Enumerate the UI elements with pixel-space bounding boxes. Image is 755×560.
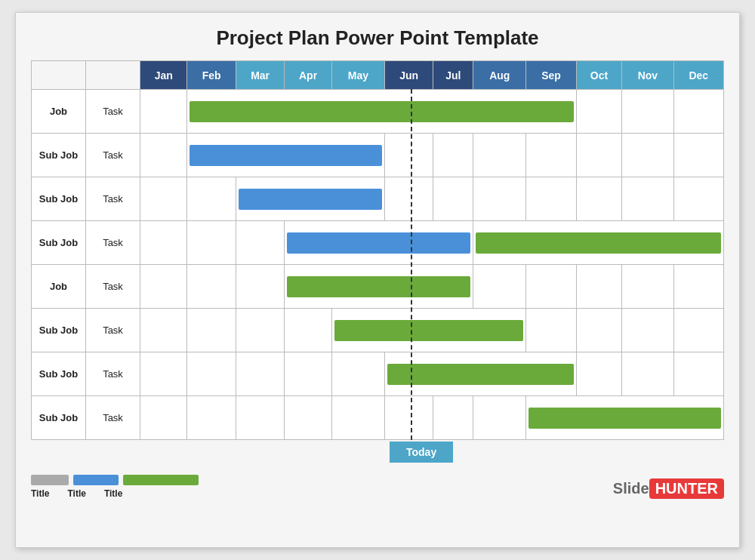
table-row: Sub Job Task: [32, 134, 724, 177]
cell-3-bar: [236, 177, 384, 221]
cell-4-mar: [236, 221, 284, 265]
cell-3-jun: [385, 177, 433, 221]
task-label-8: Task: [86, 396, 140, 440]
bar-green-7: [387, 364, 574, 385]
cell-5-bar: [285, 265, 473, 309]
task-label-1: Task: [86, 90, 140, 134]
cell-5-oct: [576, 265, 622, 309]
cell-3-jan: [140, 177, 187, 221]
cell-2-jan: [140, 134, 187, 177]
cell-8-may: [331, 396, 384, 440]
task-label-3: Task: [86, 177, 140, 221]
th-oct: Oct: [576, 61, 622, 90]
cell-6-oct: [576, 309, 622, 352]
table-row: Sub Job Task: [32, 396, 724, 440]
cell-8-feb: [187, 396, 236, 440]
th-apr: Apr: [285, 61, 331, 90]
legend-bar-green: [123, 475, 199, 485]
cell-7-apr: [285, 352, 331, 396]
cell-2-oct: [576, 134, 622, 177]
bar-green-4: [476, 232, 721, 254]
task-label-2: Task: [86, 134, 140, 177]
cell-3-nov: [622, 177, 673, 221]
cell-8-aug: [473, 396, 526, 440]
th-aug: Aug: [473, 61, 526, 90]
th-jan: Jan: [140, 61, 187, 90]
today-button[interactable]: Today: [390, 442, 453, 463]
cell-5-mar: [236, 265, 284, 309]
cell-8-jan: [140, 396, 187, 440]
cell-7-mar: [236, 352, 284, 396]
legend-label-2: Title: [67, 488, 85, 499]
cell-7-bar: [385, 352, 577, 396]
cell-6-dec: [673, 309, 723, 352]
legend-label-3: Title: [104, 488, 122, 499]
th-dec: Dec: [673, 61, 723, 90]
cell-1-oct: [576, 90, 622, 134]
cell-8-mar: [236, 396, 284, 440]
bar-blue-4: [287, 232, 470, 254]
task-label-6: Task: [86, 309, 140, 352]
th-may: May: [331, 61, 384, 90]
cell-2-bar: [187, 134, 385, 177]
cell-7-nov: [622, 352, 673, 396]
cell-8-jun: [385, 396, 433, 440]
cell-8-jul: [433, 396, 473, 440]
cell-2-jun: [385, 134, 433, 177]
cell-7-may: [331, 352, 384, 396]
th-task-label: [86, 61, 140, 90]
page-title: Project Plan Power Point Template: [216, 26, 538, 50]
job-label-3: Sub Job: [32, 177, 86, 221]
cell-4-bar-blue: [285, 221, 473, 265]
cell-2-aug: [473, 134, 526, 177]
job-label-2: Sub Job: [32, 134, 86, 177]
cell-1-nov: [622, 90, 673, 134]
th-job-label: [32, 61, 86, 90]
cell-5-feb: [187, 265, 236, 309]
today-row: Today: [31, 442, 724, 472]
job-label-6: Sub Job: [32, 309, 86, 352]
cell-6-sep: [526, 309, 576, 352]
cell-3-oct: [576, 177, 622, 221]
cell-2-sep: [526, 134, 576, 177]
cell-6-jan: [140, 309, 187, 352]
legend: Title Title Title: [31, 475, 199, 499]
cell-3-feb: [187, 177, 236, 221]
th-nov: Nov: [622, 61, 673, 90]
today-line: [411, 89, 412, 440]
logo-hunter-text: HUNTER: [649, 478, 724, 499]
cell-1-jan: [140, 90, 187, 134]
gantt-table: Jan Feb Mar Apr May Jun Jul Aug Sep Oct …: [31, 60, 724, 440]
legend-label-1: Title: [31, 488, 49, 499]
cell-6-mar: [236, 309, 284, 352]
th-feb: Feb: [187, 61, 236, 90]
job-label-1: Job: [32, 90, 86, 134]
cell-3-dec: [673, 177, 723, 221]
job-label-7: Sub Job: [32, 352, 86, 396]
table-row: Sub Job Task: [32, 177, 724, 221]
th-mar: Mar: [236, 61, 284, 90]
cell-8-bar: [526, 396, 724, 440]
cell-6-feb: [187, 309, 236, 352]
th-jul: Jul: [433, 61, 473, 90]
cell-7-dec: [673, 352, 723, 396]
task-label-4: Task: [86, 221, 140, 265]
cell-5-nov: [622, 265, 673, 309]
logo-slide-text: Slide: [613, 480, 649, 497]
cell-1-dec: [673, 90, 723, 134]
cell-6-apr: [285, 309, 331, 352]
gantt-container: Jan Feb Mar Apr May Jun Jul Aug Sep Oct …: [31, 60, 724, 440]
task-label-5: Task: [86, 265, 140, 309]
legend-row: Title Title Title Slide HUNTER: [31, 475, 724, 499]
cell-4-bar-green: [473, 221, 724, 265]
cell-7-feb: [187, 352, 236, 396]
cell-7-oct: [576, 352, 622, 396]
cell-3-sep: [526, 177, 576, 221]
th-jun: Jun: [385, 61, 433, 90]
slidehunter-logo: Slide HUNTER: [613, 478, 724, 499]
table-row: Sub Job Task: [32, 221, 724, 265]
job-label-8: Sub Job: [32, 396, 86, 440]
cell-4-jan: [140, 221, 187, 265]
cell-6-nov: [622, 309, 673, 352]
table-row: Job Task: [32, 90, 724, 134]
